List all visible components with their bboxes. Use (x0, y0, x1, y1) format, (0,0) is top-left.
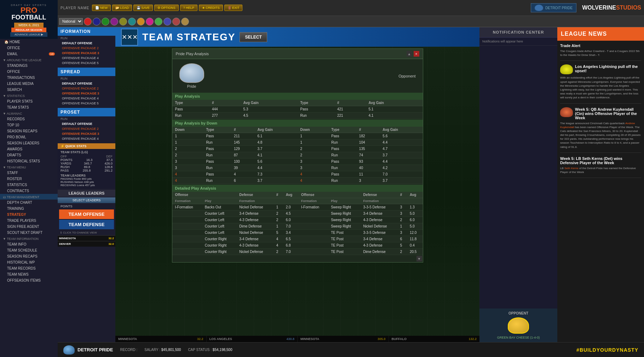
spread-pkg1[interactable]: DEFAULT OFFENSE (58, 81, 115, 86)
spread-pkg3[interactable]: OFFENSIVE PACKAGE 3 (58, 91, 115, 96)
nav-transactions[interactable]: TRANSACTIONS (0, 75, 58, 81)
nav-team-mgmt[interactable]: 🗂 TEAM MANAGEMENT (0, 194, 58, 200)
det-sub-a2 (407, 198, 423, 204)
nav-season-recaps2[interactable]: SEASON RECAPS (0, 253, 58, 259)
nav-contracts[interactable]: CONTRACTS (0, 188, 58, 194)
nav-statistics[interactable]: ▼ STATISTICS (0, 93, 58, 98)
spread-pkg4[interactable]: OFFENSIVE PACKAGE 4 (58, 96, 115, 101)
nav-historical-stats[interactable]: HISTORICAL STATS (0, 158, 58, 164)
credits-button[interactable]: ★ CREDITS (199, 5, 223, 11)
save-button[interactable]: 💾 SAVE (133, 5, 153, 11)
proset-pkg4[interactable]: OFFENSIVE PACKAGE 4 (58, 136, 115, 141)
bd-row-2: 1Run1454.81Run1044.4 (172, 139, 423, 146)
modal-close-btn[interactable]: × (414, 51, 419, 57)
nav-sign-free-agent[interactable]: SIGN FREE AGENT (0, 224, 58, 230)
modal-scroll-down[interactable]: ▼ (416, 256, 422, 261)
nav-player-stats[interactable]: PLAYER STATS (0, 98, 58, 104)
modal-scroll-up[interactable]: ▲ (407, 51, 412, 57)
nav-drafts[interactable]: DRAFTS (0, 152, 58, 158)
nav-team-info[interactable]: TEAM INFO (0, 241, 58, 247)
exit-button[interactable]: 🚪 EXIT (224, 5, 243, 11)
det-col-defense1: Defense (236, 192, 273, 198)
select-button[interactable]: SELECT (240, 32, 267, 42)
nav-roster[interactable]: ROSTER (0, 176, 58, 182)
proset-pkg3[interactable]: OFFENSIVE PACKAGE 3 (58, 131, 115, 136)
team-icon-12[interactable] (181, 18, 189, 25)
iformation-pkg3[interactable]: OFFENSIVE PACKAGE 3 (58, 51, 115, 56)
nav-season-leaders[interactable]: SEASON LEADERS (0, 140, 58, 146)
team-icon-2[interactable] (93, 18, 100, 25)
nav-historical-wp[interactable]: HISTORICAL WP (0, 259, 58, 265)
nav-statistics2[interactable]: STATISTICS (0, 182, 58, 188)
nav-offseason[interactable]: OFFSEASON ITEMS (0, 277, 58, 283)
new-button[interactable]: 📄 NEW (92, 5, 111, 11)
help-button[interactable]: ? HELP (180, 5, 197, 11)
nav-trade-players[interactable]: TRADE PLAYERS (0, 218, 58, 224)
rush-off: 89.8 (84, 165, 90, 169)
col-type2: Type (297, 100, 334, 106)
team-icon-6[interactable] (128, 18, 136, 25)
det-row-3: Counter Left4-3 Defense26.0Sweep Right4-… (172, 217, 423, 223)
nav-team-info-section[interactable]: ▼ TEAM INFORMATION (0, 236, 58, 241)
select-leaders-btn[interactable]: SELECT LEADERS (58, 197, 115, 203)
proset-pkg2[interactable]: OFFENSIVE PACKAGE 2 (58, 126, 115, 131)
team-icon-5[interactable] (119, 18, 127, 25)
load-button[interactable]: 📂 LOAD (112, 5, 132, 11)
nav-almanac[interactable]: ▼ ALMANAC (0, 110, 58, 116)
options-button[interactable]: ⚙ OPTIONS (154, 5, 179, 11)
team-icon-10[interactable] (163, 18, 171, 25)
nav-depth-chart[interactable]: DEPTH CHART (0, 200, 58, 206)
nav-home[interactable]: 🏠 HOME (0, 39, 58, 45)
iformation-pkg2[interactable]: OFFENSIVE PACKAGE 2 (58, 46, 115, 51)
nav-pro-bowl[interactable]: PRO BOWL (0, 134, 58, 140)
nav-office2[interactable]: OFFICE (0, 69, 58, 75)
cell-type-pass2: Pass (297, 106, 334, 113)
nav-email[interactable]: EMAIL13 (0, 51, 58, 57)
team-offense-btn[interactable]: TEAM OFFENSE (59, 209, 114, 219)
team-icon-4[interactable] (110, 18, 118, 25)
nav-scout[interactable]: SCOUT NEXT DRAFT (0, 230, 58, 236)
team-icon-9[interactable] (155, 18, 162, 25)
spread-pkg2[interactable]: OFFENSIVE PACKAGE 2 (58, 86, 115, 91)
kuykendall-link[interactable]: Andrew Kuykendall (560, 122, 635, 129)
iformation-pkg4[interactable]: OFFENSIVE PACKAGE 4 (58, 56, 115, 61)
iformation-pkg1[interactable]: DEFAULT OFFENSE (58, 41, 115, 46)
nav-league-media[interactable]: LEAGUE MEDIA (0, 81, 58, 87)
team-defense-btn[interactable]: TEAM DEFENSE (59, 220, 114, 229)
click-to-change-btn[interactable]: ℹCLICK TO CHANGE VIEW (58, 230, 115, 235)
iformation-pkg5[interactable]: OFFENSIVE PACKAGE 5 (58, 61, 115, 65)
team-helmet-icon (535, 5, 543, 11)
spread-pkg5[interactable]: OFFENSIVE PACKAGE 5 (58, 101, 115, 106)
cell-num-run2: 221 (334, 113, 366, 119)
nav-strategy[interactable]: STRATEGY (0, 212, 58, 218)
bottom-val-denver: 32.0 (108, 242, 114, 246)
team-icon-3[interactable] (102, 18, 109, 25)
nav-staff[interactable]: STAFF (0, 170, 58, 176)
team-icon-8[interactable] (146, 18, 154, 25)
det-col-offense1: Offense (172, 192, 202, 198)
nav-season-recaps[interactable]: SEASON RECAPS (0, 128, 58, 134)
nav-team-news[interactable]: TEAM NEWS (0, 271, 58, 277)
proset-pkg1[interactable]: DEFAULT OFFENSE (58, 121, 115, 126)
nav-team-menu[interactable]: ▼ TEAM MENU (0, 164, 58, 170)
bd-col-avg2: Avg Gain (380, 127, 422, 133)
nav-top10[interactable]: TOP 10 (0, 122, 58, 128)
nav-search[interactable]: SEARCH (0, 87, 58, 93)
nav-awards[interactable]: AWARDS (0, 146, 58, 152)
nav-team-schedule[interactable]: TEAM SCHEDULE (0, 247, 58, 253)
nav-around-league[interactable]: ▼ AROUND THE LEAGUE (0, 57, 58, 63)
kerns-link[interactable]: Seth Kerns (564, 167, 579, 170)
nav-records[interactable]: RECORDS (0, 116, 58, 122)
nav-standings[interactable]: STANDINGS (0, 63, 58, 69)
nav-team-stats[interactable]: TEAM STATS (0, 104, 58, 110)
nav-office[interactable]: OFFICE (0, 45, 58, 51)
nav-training[interactable]: TRAINING (0, 206, 58, 212)
cats-helmet-icon (560, 107, 573, 117)
yards-def: 426.0 (104, 162, 113, 165)
notification-panel: NOTIFICATION CENTER Notifications will a… (479, 27, 557, 342)
team-icon-11[interactable] (172, 18, 180, 25)
team-icon-1[interactable] (84, 18, 92, 25)
team-icon-7[interactable] (137, 18, 145, 25)
national-select[interactable]: National (59, 18, 83, 25)
nav-team-records[interactable]: TEAM RECORDS (0, 265, 58, 271)
